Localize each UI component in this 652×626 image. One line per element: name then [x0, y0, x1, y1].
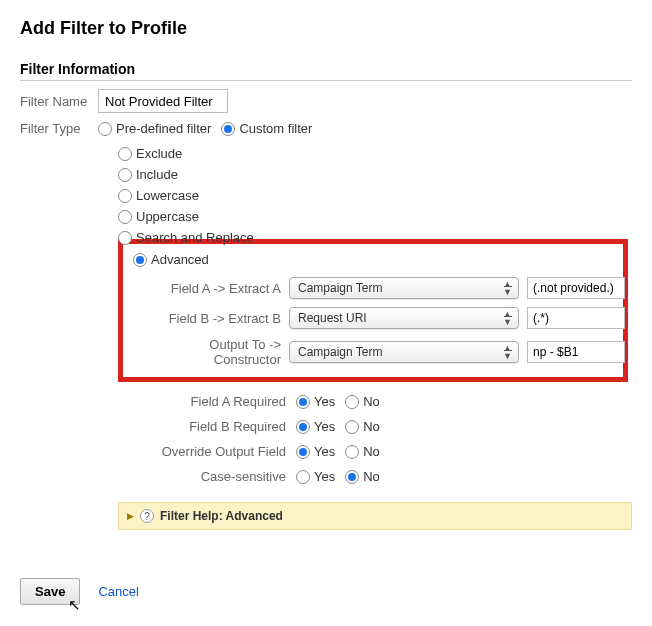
filter-mode-list: Exclude Include Lowercase Uppercase Sear… [118, 146, 632, 245]
save-button[interactable]: Save [20, 578, 80, 605]
radio-icon [118, 231, 132, 245]
advanced-field-grid: Field A -> Extract A Campaign Term▲▼ Fie… [141, 277, 613, 367]
yes-text: Yes [314, 419, 335, 434]
exclude-text: Exclude [136, 146, 182, 161]
case-sensitive-label: Case-sensitive [126, 469, 296, 484]
field-a-required-no[interactable]: No [345, 394, 380, 409]
field-b-required-no[interactable]: No [345, 419, 380, 434]
radio-icon [296, 395, 310, 409]
field-a-label: Field A -> Extract A [141, 281, 281, 296]
filter-type-label: Filter Type [20, 121, 98, 136]
radio-icon [296, 445, 310, 459]
exclude-radio[interactable]: Exclude [118, 146, 182, 161]
advanced-highlight-box: Advanced Field A -> Extract A Campaign T… [118, 239, 628, 382]
override-output-no[interactable]: No [345, 444, 380, 459]
predefined-filter-radio[interactable]: Pre-defined filter [98, 121, 211, 136]
field-b-required-label: Field B Required [126, 419, 296, 434]
yes-text: Yes [314, 394, 335, 409]
section-title: Filter Information [20, 61, 632, 81]
help-bar-text: Filter Help: Advanced [160, 509, 283, 523]
filter-help-bar[interactable]: ▶ ? Filter Help: Advanced [118, 502, 632, 530]
filter-name-input[interactable] [98, 89, 228, 113]
footer: Save Cancel ↖ [20, 578, 632, 605]
output-select-value: Campaign Term [298, 345, 382, 359]
field-a-input[interactable] [527, 277, 625, 299]
yes-text: Yes [314, 469, 335, 484]
output-label: Output To -> Constructor [141, 337, 281, 367]
lowercase-text: Lowercase [136, 188, 199, 203]
radio-icon [296, 420, 310, 434]
no-text: No [363, 444, 380, 459]
override-output-label: Override Output Field [126, 444, 296, 459]
no-text: No [363, 469, 380, 484]
updown-icon: ▲▼ [503, 310, 512, 326]
field-a-select[interactable]: Campaign Term▲▼ [289, 277, 519, 299]
override-output-yes[interactable]: Yes [296, 444, 335, 459]
cancel-link[interactable]: Cancel [98, 584, 138, 599]
filter-name-row: Filter Name [20, 89, 632, 113]
radio-icon [221, 122, 235, 136]
output-input[interactable] [527, 341, 625, 363]
include-radio[interactable]: Include [118, 167, 178, 182]
radio-icon [133, 253, 147, 267]
updown-icon: ▲▼ [503, 344, 512, 360]
output-select[interactable]: Campaign Term▲▼ [289, 341, 519, 363]
field-b-select-value: Request URI [298, 311, 367, 325]
field-a-required-label: Field A Required [126, 394, 296, 409]
yesno-section: Field A Required Yes No Field B Required… [126, 394, 632, 484]
custom-filter-radio[interactable]: Custom filter [221, 121, 312, 136]
page-title: Add Filter to Profile [20, 18, 632, 39]
filter-type-row: Filter Type Pre-defined filter Custom fi… [20, 121, 632, 136]
include-text: Include [136, 167, 178, 182]
search-replace-radio[interactable]: Search and Replace [118, 230, 254, 245]
updown-icon: ▲▼ [503, 280, 512, 296]
uppercase-radio[interactable]: Uppercase [118, 209, 199, 224]
triangle-right-icon: ▶ [127, 511, 134, 521]
search-replace-text: Search and Replace [136, 230, 254, 245]
radio-icon [345, 395, 359, 409]
filter-name-label: Filter Name [20, 94, 98, 109]
predefined-filter-text: Pre-defined filter [116, 121, 211, 136]
case-sensitive-yes[interactable]: Yes [296, 469, 335, 484]
yes-text: Yes [314, 444, 335, 459]
uppercase-text: Uppercase [136, 209, 199, 224]
field-a-required-yes[interactable]: Yes [296, 394, 335, 409]
no-text: No [363, 394, 380, 409]
radio-icon [118, 189, 132, 203]
radio-icon [118, 147, 132, 161]
advanced-text: Advanced [151, 252, 209, 267]
radio-icon [98, 122, 112, 136]
radio-icon [296, 470, 310, 484]
field-b-label: Field B -> Extract B [141, 311, 281, 326]
field-b-required-yes[interactable]: Yes [296, 419, 335, 434]
custom-filter-text: Custom filter [239, 121, 312, 136]
help-icon: ? [140, 509, 154, 523]
radio-icon [118, 210, 132, 224]
radio-icon [345, 445, 359, 459]
no-text: No [363, 419, 380, 434]
field-b-select[interactable]: Request URI▲▼ [289, 307, 519, 329]
advanced-radio[interactable]: Advanced [133, 252, 209, 267]
case-sensitive-no[interactable]: No [345, 469, 380, 484]
field-b-input[interactable] [527, 307, 625, 329]
radio-icon [345, 420, 359, 434]
radio-icon [118, 168, 132, 182]
lowercase-radio[interactable]: Lowercase [118, 188, 199, 203]
field-a-select-value: Campaign Term [298, 281, 382, 295]
radio-icon [345, 470, 359, 484]
